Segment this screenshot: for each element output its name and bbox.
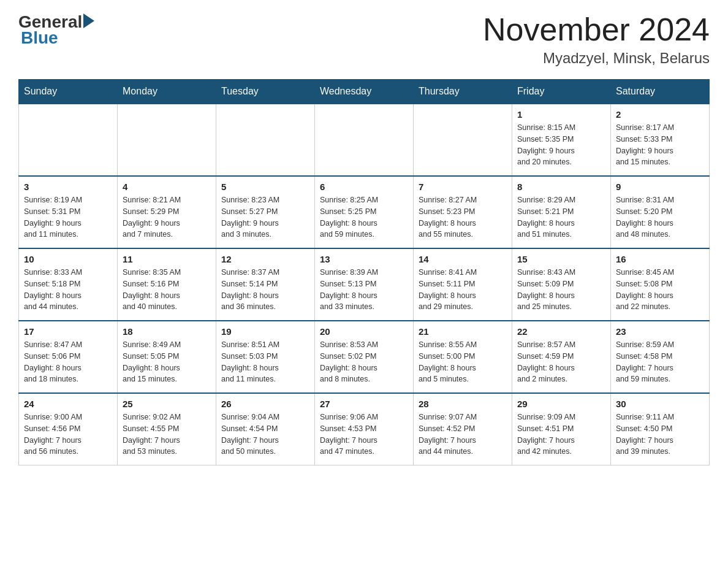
calendar-cell [414, 104, 512, 176]
day-number: 13 [320, 254, 408, 264]
calendar-cell: 24Sunrise: 9:00 AMSunset: 4:56 PMDayligh… [19, 393, 118, 465]
day-info: Sunrise: 8:33 AMSunset: 5:18 PMDaylight:… [24, 267, 112, 313]
calendar-cell: 23Sunrise: 8:59 AMSunset: 4:58 PMDayligh… [611, 321, 710, 393]
day-info: Sunrise: 9:11 AMSunset: 4:50 PMDaylight:… [616, 412, 704, 458]
calendar-cell: 11Sunrise: 8:35 AMSunset: 5:16 PMDayligh… [118, 248, 216, 321]
day-info: Sunrise: 8:29 AMSunset: 5:21 PMDaylight:… [517, 194, 605, 240]
calendar-cell: 17Sunrise: 8:47 AMSunset: 5:06 PMDayligh… [19, 321, 118, 393]
logo-blue-text: Blue [21, 28, 94, 48]
column-header-sunday: Sunday [19, 80, 118, 104]
calendar-cell: 9Sunrise: 8:31 AMSunset: 5:20 PMDaylight… [611, 176, 710, 248]
day-info: Sunrise: 9:07 AMSunset: 4:52 PMDaylight:… [419, 412, 507, 458]
day-info: Sunrise: 9:06 AMSunset: 4:53 PMDaylight:… [320, 412, 408, 458]
column-header-thursday: Thursday [414, 80, 512, 104]
day-number: 5 [221, 182, 309, 192]
day-info: Sunrise: 8:43 AMSunset: 5:09 PMDaylight:… [517, 267, 605, 313]
day-info: Sunrise: 9:00 AMSunset: 4:56 PMDaylight:… [24, 412, 112, 458]
calendar-cell: 1Sunrise: 8:15 AMSunset: 5:35 PMDaylight… [512, 104, 611, 176]
calendar-week-row-4: 17Sunrise: 8:47 AMSunset: 5:06 PMDayligh… [19, 321, 710, 393]
day-number: 30 [616, 399, 704, 409]
day-info: Sunrise: 8:37 AMSunset: 5:14 PMDaylight:… [221, 267, 309, 313]
day-number: 16 [616, 254, 704, 264]
day-number: 7 [419, 182, 507, 192]
calendar-cell [216, 104, 315, 176]
day-number: 6 [320, 182, 408, 192]
day-info: Sunrise: 8:21 AMSunset: 5:29 PMDaylight:… [123, 194, 211, 240]
calendar-title-block: November 2024 Myadzyel, Minsk, Belarus [483, 12, 710, 67]
calendar-cell: 12Sunrise: 8:37 AMSunset: 5:14 PMDayligh… [216, 248, 315, 321]
calendar-week-row-2: 3Sunrise: 8:19 AMSunset: 5:31 PMDaylight… [19, 176, 710, 248]
day-info: Sunrise: 8:47 AMSunset: 5:06 PMDaylight:… [24, 339, 112, 385]
day-number: 27 [320, 399, 408, 409]
day-info: Sunrise: 8:49 AMSunset: 5:05 PMDaylight:… [123, 339, 211, 385]
calendar-week-row-1: 1Sunrise: 8:15 AMSunset: 5:35 PMDaylight… [19, 104, 710, 176]
day-info: Sunrise: 8:31 AMSunset: 5:20 PMDaylight:… [616, 194, 704, 240]
calendar-cell: 30Sunrise: 9:11 AMSunset: 4:50 PMDayligh… [611, 393, 710, 465]
calendar-cell: 29Sunrise: 9:09 AMSunset: 4:51 PMDayligh… [512, 393, 611, 465]
day-info: Sunrise: 8:23 AMSunset: 5:27 PMDaylight:… [221, 194, 309, 240]
calendar-cell: 3Sunrise: 8:19 AMSunset: 5:31 PMDaylight… [19, 176, 118, 248]
day-info: Sunrise: 8:35 AMSunset: 5:16 PMDaylight:… [123, 267, 211, 313]
calendar-cell: 26Sunrise: 9:04 AMSunset: 4:54 PMDayligh… [216, 393, 315, 465]
day-info: Sunrise: 8:41 AMSunset: 5:11 PMDaylight:… [419, 267, 507, 313]
logo: General Blue [18, 12, 94, 48]
page-header: General Blue November 2024 Myadzyel, Min… [18, 12, 710, 67]
day-number: 24 [24, 399, 112, 409]
calendar-cell: 15Sunrise: 8:43 AMSunset: 5:09 PMDayligh… [512, 248, 611, 321]
calendar-location: Myadzyel, Minsk, Belarus [483, 50, 710, 67]
day-number: 2 [616, 109, 704, 120]
day-number: 18 [123, 326, 211, 337]
day-number: 26 [221, 399, 309, 409]
logo-arrow-icon [83, 13, 94, 28]
calendar-cell: 4Sunrise: 8:21 AMSunset: 5:29 PMDaylight… [118, 176, 216, 248]
calendar-cell: 27Sunrise: 9:06 AMSunset: 4:53 PMDayligh… [315, 393, 414, 465]
calendar-cell [315, 104, 414, 176]
calendar-week-row-3: 10Sunrise: 8:33 AMSunset: 5:18 PMDayligh… [19, 248, 710, 321]
day-info: Sunrise: 9:02 AMSunset: 4:55 PMDaylight:… [123, 412, 211, 458]
day-number: 10 [24, 254, 112, 264]
day-number: 4 [123, 182, 211, 192]
day-number: 3 [24, 182, 112, 192]
calendar-cell: 19Sunrise: 8:51 AMSunset: 5:03 PMDayligh… [216, 321, 315, 393]
day-info: Sunrise: 8:45 AMSunset: 5:08 PMDaylight:… [616, 267, 704, 313]
day-info: Sunrise: 8:39 AMSunset: 5:13 PMDaylight:… [320, 267, 408, 313]
calendar-cell: 14Sunrise: 8:41 AMSunset: 5:11 PMDayligh… [414, 248, 512, 321]
day-number: 9 [616, 182, 704, 192]
day-number: 28 [419, 399, 507, 409]
column-header-tuesday: Tuesday [216, 80, 315, 104]
day-info: Sunrise: 8:53 AMSunset: 5:02 PMDaylight:… [320, 339, 408, 385]
calendar-cell: 7Sunrise: 8:27 AMSunset: 5:23 PMDaylight… [414, 176, 512, 248]
day-info: Sunrise: 8:15 AMSunset: 5:35 PMDaylight:… [517, 122, 605, 168]
day-number: 23 [616, 326, 704, 337]
day-info: Sunrise: 8:57 AMSunset: 4:59 PMDaylight:… [517, 339, 605, 385]
column-header-friday: Friday [512, 80, 611, 104]
calendar-cell: 28Sunrise: 9:07 AMSunset: 4:52 PMDayligh… [414, 393, 512, 465]
calendar-month-year: November 2024 [483, 12, 710, 47]
day-info: Sunrise: 8:51 AMSunset: 5:03 PMDaylight:… [221, 339, 309, 385]
calendar-header-row: SundayMondayTuesdayWednesdayThursdayFrid… [19, 80, 710, 104]
calendar-cell: 20Sunrise: 8:53 AMSunset: 5:02 PMDayligh… [315, 321, 414, 393]
calendar-cell: 22Sunrise: 8:57 AMSunset: 4:59 PMDayligh… [512, 321, 611, 393]
day-number: 8 [517, 182, 605, 192]
day-number: 19 [221, 326, 309, 337]
day-info: Sunrise: 8:59 AMSunset: 4:58 PMDaylight:… [616, 339, 704, 385]
calendar-cell: 18Sunrise: 8:49 AMSunset: 5:05 PMDayligh… [118, 321, 216, 393]
day-number: 20 [320, 326, 408, 337]
day-info: Sunrise: 9:04 AMSunset: 4:54 PMDaylight:… [221, 412, 309, 458]
day-number: 29 [517, 399, 605, 409]
calendar-cell: 21Sunrise: 8:55 AMSunset: 5:00 PMDayligh… [414, 321, 512, 393]
calendar-cell: 6Sunrise: 8:25 AMSunset: 5:25 PMDaylight… [315, 176, 414, 248]
calendar-cell: 13Sunrise: 8:39 AMSunset: 5:13 PMDayligh… [315, 248, 414, 321]
day-info: Sunrise: 8:25 AMSunset: 5:25 PMDaylight:… [320, 194, 408, 240]
day-info: Sunrise: 8:17 AMSunset: 5:33 PMDaylight:… [616, 122, 704, 168]
day-number: 21 [419, 326, 507, 337]
day-info: Sunrise: 8:19 AMSunset: 5:31 PMDaylight:… [24, 194, 112, 240]
day-number: 1 [517, 109, 605, 120]
day-number: 22 [517, 326, 605, 337]
day-number: 15 [517, 254, 605, 264]
column-header-wednesday: Wednesday [315, 80, 414, 104]
column-header-saturday: Saturday [611, 80, 710, 104]
calendar-cell: 25Sunrise: 9:02 AMSunset: 4:55 PMDayligh… [118, 393, 216, 465]
calendar-cell: 5Sunrise: 8:23 AMSunset: 5:27 PMDaylight… [216, 176, 315, 248]
calendar-cell: 16Sunrise: 8:45 AMSunset: 5:08 PMDayligh… [611, 248, 710, 321]
